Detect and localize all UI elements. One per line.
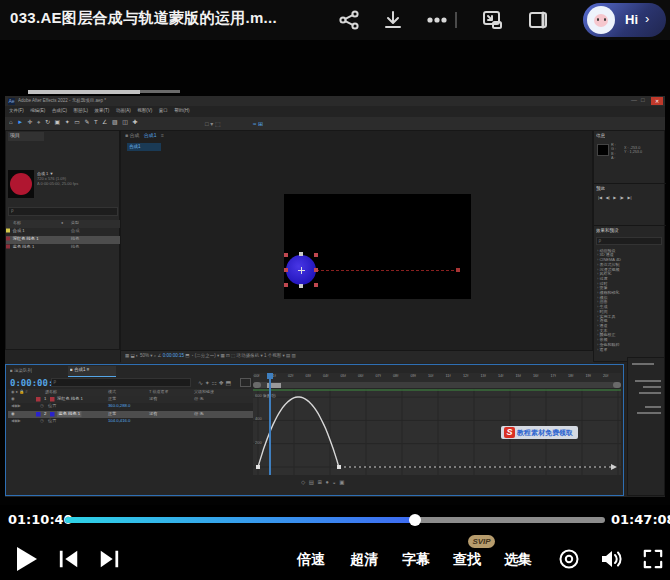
property-row-position-1[interactable]: ◀◆▶ ◷ 位置 360.0,288.0 <box>8 403 254 410</box>
next-episode-button[interactable] <box>98 549 120 573</box>
playhead[interactable] <box>269 373 271 475</box>
list-item[interactable]: 遮罩 <box>597 347 665 352</box>
project-row-red-solid[interactable]: 深红色 纯色 1 纯色 <box>6 236 121 244</box>
list-item[interactable]: ⊞ <box>317 479 322 485</box>
project-row-comp[interactable]: 合成 1 合成 <box>6 228 121 236</box>
ae-tool-icons[interactable]: ⌂►✛⌖↻▣✦▭✎T∠▨◫✚ <box>9 118 104 125</box>
selection-handle[interactable] <box>299 284 303 288</box>
fullscreen-icon[interactable] <box>643 549 663 573</box>
episodes-button[interactable]: 选集 <box>504 551 532 569</box>
list-item[interactable]: 窗口 <box>159 107 168 114</box>
selection-handle[interactable] <box>314 268 318 272</box>
list-item[interactable]: ◒ <box>332 479 335 485</box>
project-row-blue-solid[interactable]: 蓝色 纯色 1 纯色 <box>6 244 121 252</box>
comp-timecode[interactable]: 0:00:00:15 <box>163 353 184 358</box>
theater-mode-icon[interactable] <box>526 8 550 32</box>
graph-editor-toggle[interactable] <box>240 378 251 387</box>
list-item[interactable]: ↻ <box>45 118 50 125</box>
composition-panel-tab[interactable]: ■ 合成 合成1 ≡ <box>125 132 325 141</box>
list-item[interactable]: ▤ <box>309 479 314 485</box>
list-item[interactable]: ▶| <box>627 195 631 200</box>
ae-menu-items[interactable]: 文件(F)编辑(E)合成(C)图层(L)效果(T)动画(A)视图(V)窗口帮助(… <box>9 107 209 114</box>
list-item[interactable]: ◇ <box>301 479 305 485</box>
selection-handle[interactable] <box>284 268 288 272</box>
list-item[interactable]: 效果(T) <box>95 107 110 114</box>
list-item[interactable]: ▶ <box>613 195 616 200</box>
effects-panel-tab[interactable]: 效果和预设 <box>596 227 664 235</box>
render-queue-tab[interactable]: ■ 渲染队列 <box>10 367 70 376</box>
list-item[interactable]: 动画(A) <box>116 107 131 114</box>
maximize-icon[interactable]: □ <box>641 97 645 103</box>
minimize-icon[interactable]: — <box>631 97 637 103</box>
list-item[interactable]: ◀| <box>606 195 610 200</box>
timeline-search-input[interactable]: ρ <box>51 378 191 387</box>
layer-row-red-solid[interactable]: ◉ 1 深红色 纯色 1 正常 没有 @ 无 <box>8 396 254 403</box>
composition-breadcrumb[interactable]: 合成1 <box>127 143 161 151</box>
property-row-position-2[interactable]: ◀◆▶ ◷ 位置 104.0,416.0 <box>8 418 254 425</box>
settings-dial-icon[interactable] <box>558 548 580 574</box>
ae-toolbar-snap[interactable]: ≈ ⊞ <box>253 120 263 127</box>
project-columns-header[interactable]: 名称 ● 类型 <box>6 220 121 228</box>
list-item[interactable]: |◀ <box>598 195 602 200</box>
camera-select[interactable]: 活动摄像机 <box>237 353 260 358</box>
volume-icon[interactable] <box>599 548 623 574</box>
list-item[interactable]: |▶ <box>620 195 624 200</box>
composition-viewport[interactable] <box>284 194 471 299</box>
list-item[interactable]: ✛ <box>28 118 33 125</box>
list-item[interactable]: ▣ <box>55 118 61 125</box>
progress-bar[interactable] <box>65 517 605 523</box>
list-item[interactable]: 合成(C) <box>52 107 67 114</box>
assistant-avatar-button[interactable]: Hi › <box>583 3 666 37</box>
share-icon[interactable] <box>337 8 361 32</box>
list-item[interactable]: T <box>94 118 98 125</box>
list-item[interactable]: ◫ <box>122 118 128 125</box>
selection-handle[interactable] <box>299 252 303 256</box>
list-item[interactable]: ∠ <box>102 118 107 125</box>
view-layout-select[interactable]: 1 个视图 <box>264 353 281 358</box>
list-item[interactable]: ● <box>326 479 329 485</box>
more-icon[interactable] <box>425 8 449 32</box>
list-item[interactable]: ▣ <box>339 479 344 485</box>
timeline-columns-header[interactable]: ◉ ● 🔒 # 源名称 模式 T 轨道遮罩 父级和链接 <box>8 389 254 396</box>
timeline-view-icons[interactable]: ∿ ✦ ⚏ ❖ ⬒ <box>198 379 231 386</box>
list-item[interactable]: ⌖ <box>37 118 40 125</box>
list-item[interactable]: 文件(F) <box>9 107 24 114</box>
layer-row-blue-solid-selected[interactable]: ◉ 2 蓝色 纯色 1 正常 没有 @ 无 <box>8 411 254 418</box>
list-item[interactable]: 编辑(E) <box>30 107 45 114</box>
list-item[interactable]: 视图(V) <box>137 107 152 114</box>
selection-handle[interactable] <box>314 253 318 257</box>
download-icon[interactable] <box>381 8 405 32</box>
list-item[interactable]: ▭ <box>74 118 80 125</box>
list-item[interactable]: ► <box>17 118 23 125</box>
time-navigator[interactable] <box>253 382 621 388</box>
close-icon[interactable]: ✕ <box>651 97 663 105</box>
selection-handle[interactable] <box>284 283 288 287</box>
effects-search-input[interactable]: ρ <box>596 237 662 245</box>
preview-transport-buttons[interactable]: |◀◀|▶|▶▶| <box>598 195 664 204</box>
picture-in-picture-icon[interactable] <box>480 8 504 32</box>
time-ruler[interactable]: :00f01f02f03f04f05f06f07f08f09f10f11f12f… <box>253 373 621 382</box>
timeline-comp-tab[interactable]: ■ 合成1 ≡ <box>68 366 116 377</box>
list-item[interactable]: 图层(L) <box>74 107 89 114</box>
ae-toolbar-option[interactable]: □ ▾ ⬚ <box>205 120 221 127</box>
resolution-select[interactable]: (二分之一) <box>195 353 216 358</box>
list-item[interactable]: ✦ <box>65 118 70 125</box>
progress-thumb[interactable] <box>409 514 421 526</box>
project-search-input[interactable]: ρ <box>8 207 118 216</box>
play-button[interactable] <box>16 546 38 576</box>
info-panel-tab[interactable]: 信息 <box>596 132 664 140</box>
effects-category-list[interactable]: 动画预设3D 通道CINEMA 4D表达式控制沉浸式视频风格化过渡过时抠像模糊和… <box>597 248 665 360</box>
zoom-level-select[interactable]: 50% <box>140 353 149 358</box>
selection-handle[interactable] <box>314 283 318 287</box>
graph-editor[interactable]: 600 像素/秒 400 200 S 教程素材免费领取 <box>253 389 621 475</box>
playback-speed-button[interactable]: 倍速 <box>297 551 325 569</box>
list-item[interactable]: 帮助(H) <box>174 107 189 114</box>
anchor-point-icon[interactable] <box>298 267 305 274</box>
preview-panel-tab[interactable]: 预览 <box>596 185 664 193</box>
list-item[interactable]: ✎ <box>84 118 89 125</box>
subtitles-button[interactable]: 字幕 <box>402 551 430 569</box>
graph-editor-toolbar[interactable]: ◇▤⊞●◒▣ <box>301 479 501 491</box>
motion-path-end-keyframe[interactable] <box>456 268 460 272</box>
list-item[interactable]: ⌂ <box>9 118 13 125</box>
previous-episode-button[interactable] <box>58 549 80 573</box>
